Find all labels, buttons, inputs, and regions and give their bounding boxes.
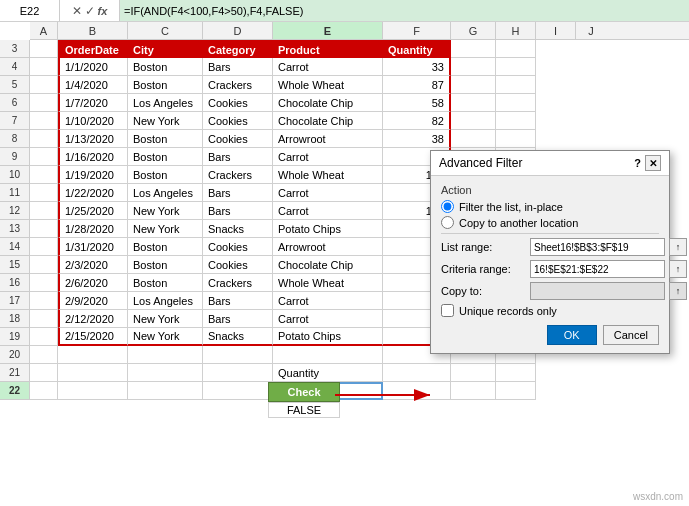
cell-b10[interactable]: 1/19/2020 — [58, 166, 128, 184]
row-num-5[interactable]: 5 — [0, 76, 30, 94]
cell-b11[interactable]: 1/22/2020 — [58, 184, 128, 202]
cell-a8[interactable] — [30, 130, 58, 148]
cell-a20[interactable] — [30, 346, 58, 364]
col-header-e[interactable]: E — [273, 22, 383, 39]
cell-c12[interactable]: New York — [128, 202, 203, 220]
col-header-j[interactable]: J — [576, 22, 606, 39]
cell-g22[interactable] — [451, 382, 496, 400]
cell-e5[interactable]: Whole Wheat — [273, 76, 383, 94]
cell-d16[interactable]: Crackers — [203, 274, 273, 292]
cell-a6[interactable] — [30, 94, 58, 112]
row-num-11[interactable]: 11 — [0, 184, 30, 202]
row-num-22[interactable]: 22 — [0, 382, 30, 400]
cell-b16[interactable]: 2/6/2020 — [58, 274, 128, 292]
cell-a4[interactable] — [30, 58, 58, 76]
row-num-20[interactable]: 20 — [0, 346, 30, 364]
copy-to-input[interactable] — [530, 282, 665, 300]
row-num-16[interactable]: 16 — [0, 274, 30, 292]
list-range-input[interactable] — [530, 238, 665, 256]
cell-c4[interactable]: Boston — [128, 58, 203, 76]
row-num-7[interactable]: 7 — [0, 112, 30, 130]
cell-g21[interactable] — [451, 364, 496, 382]
dialog-question-icon[interactable]: ? — [634, 157, 641, 169]
col-header-i[interactable]: I — [536, 22, 576, 39]
cell-c3[interactable]: City — [128, 40, 203, 58]
row-num-8[interactable]: 8 — [0, 130, 30, 148]
cell-a9[interactable] — [30, 148, 58, 166]
cell-h7[interactable] — [496, 112, 536, 130]
cell-a5[interactable] — [30, 76, 58, 94]
cell-f4[interactable]: 33 — [383, 58, 451, 76]
cell-d6[interactable]: Cookies — [203, 94, 273, 112]
cell-c15[interactable]: Boston — [128, 256, 203, 274]
row-num-13[interactable]: 13 — [0, 220, 30, 238]
cell-d10[interactable]: Crackers — [203, 166, 273, 184]
cell-c22[interactable] — [128, 382, 203, 400]
cell-b9[interactable]: 1/16/2020 — [58, 148, 128, 166]
cell-b15[interactable]: 2/3/2020 — [58, 256, 128, 274]
cell-e19[interactable]: Potato Chips — [273, 328, 383, 346]
cell-e8[interactable]: Arrowroot — [273, 130, 383, 148]
list-range-picker-button[interactable]: ↑ — [669, 238, 687, 256]
cell-e3[interactable]: Product — [273, 40, 383, 58]
cell-f6[interactable]: 58 — [383, 94, 451, 112]
cell-g3[interactable] — [451, 40, 496, 58]
cell-d4[interactable]: Bars — [203, 58, 273, 76]
cell-f3[interactable]: Quantity — [383, 40, 451, 58]
cell-g4[interactable] — [451, 58, 496, 76]
cell-d17[interactable]: Bars — [203, 292, 273, 310]
cell-b18[interactable]: 2/12/2020 — [58, 310, 128, 328]
cell-c17[interactable]: Los Angeles — [128, 292, 203, 310]
cell-g6[interactable] — [451, 94, 496, 112]
cell-a11[interactable] — [30, 184, 58, 202]
cell-d22[interactable] — [203, 382, 273, 400]
row-num-12[interactable]: 12 — [0, 202, 30, 220]
criteria-range-picker-button[interactable]: ↑ — [669, 260, 687, 278]
cell-d18[interactable]: Bars — [203, 310, 273, 328]
cell-h5[interactable] — [496, 76, 536, 94]
row-num-17[interactable]: 17 — [0, 292, 30, 310]
row-num-21[interactable]: 21 — [0, 364, 30, 382]
row-num-9[interactable]: 9 — [0, 148, 30, 166]
cell-d3[interactable]: Category — [203, 40, 273, 58]
cell-a10[interactable] — [30, 166, 58, 184]
cell-c11[interactable]: Los Angeles — [128, 184, 203, 202]
cell-a15[interactable] — [30, 256, 58, 274]
cell-d9[interactable]: Bars — [203, 148, 273, 166]
cell-b21[interactable] — [58, 364, 128, 382]
cell-b20[interactable] — [58, 346, 128, 364]
col-header-b[interactable]: B — [58, 22, 128, 39]
cell-g5[interactable] — [451, 76, 496, 94]
name-box[interactable]: E22 — [0, 0, 60, 21]
cell-d8[interactable]: Cookies — [203, 130, 273, 148]
cell-f8[interactable]: 38 — [383, 130, 451, 148]
cell-a19[interactable] — [30, 328, 58, 346]
cell-d14[interactable]: Cookies — [203, 238, 273, 256]
row-num-6[interactable]: 6 — [0, 94, 30, 112]
cell-c7[interactable]: New York — [128, 112, 203, 130]
row-num-10[interactable]: 10 — [0, 166, 30, 184]
cell-b14[interactable]: 1/31/2020 — [58, 238, 128, 256]
confirm-formula-icon[interactable]: ✓ — [85, 4, 95, 18]
cell-f21[interactable] — [383, 364, 451, 382]
cell-b3[interactable]: OrderDate — [58, 40, 128, 58]
cell-a3[interactable] — [30, 40, 58, 58]
cell-d5[interactable]: Crackers — [203, 76, 273, 94]
cancel-button[interactable]: Cancel — [603, 325, 659, 345]
ok-button[interactable]: OK — [547, 325, 597, 345]
row-num-14[interactable]: 14 — [0, 238, 30, 256]
cell-c14[interactable]: Boston — [128, 238, 203, 256]
cell-e18[interactable]: Carrot — [273, 310, 383, 328]
col-header-a[interactable]: A — [30, 22, 58, 39]
cell-h3[interactable] — [496, 40, 536, 58]
cell-h21[interactable] — [496, 364, 536, 382]
copy-location-radio[interactable] — [441, 216, 454, 229]
col-header-g[interactable]: G — [451, 22, 496, 39]
cell-f5[interactable]: 87 — [383, 76, 451, 94]
unique-records-checkbox[interactable] — [441, 304, 454, 317]
cell-e11[interactable]: Carrot — [273, 184, 383, 202]
cell-c8[interactable]: Boston — [128, 130, 203, 148]
cell-d15[interactable]: Cookies — [203, 256, 273, 274]
cell-c10[interactable]: Boston — [128, 166, 203, 184]
cell-d12[interactable]: Bars — [203, 202, 273, 220]
